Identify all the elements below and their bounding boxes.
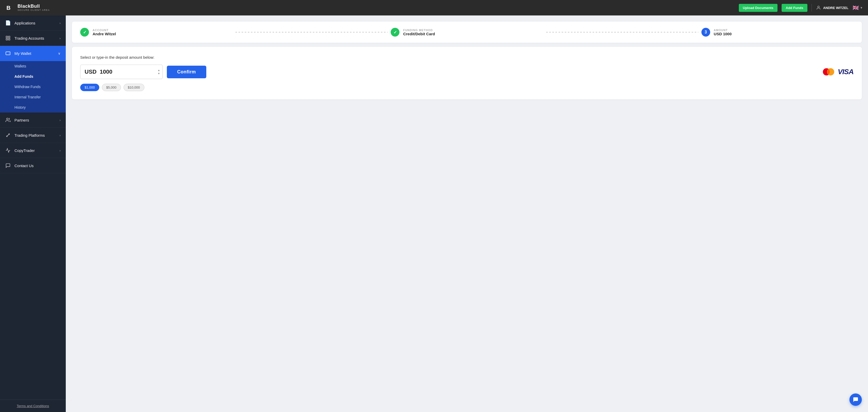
step-amount-label: AMOUNT <box>714 29 732 32</box>
step-funding-value: Credit/Debit Card <box>403 32 435 36</box>
quick-amounts: $1,000 $5,000 $10,000 <box>80 84 854 91</box>
svg-point-8 <box>6 118 8 120</box>
svg-point-2 <box>818 6 819 8</box>
quick-amount-5000[interactable]: $5,000 <box>102 84 121 91</box>
add-funds-header-button[interactable]: Add Funds <box>782 4 807 12</box>
logo-sub: SECURE CLIENT AREA <box>18 9 50 11</box>
sidebar-item-trading-platforms[interactable]: Trading Platforms › <box>0 128 66 143</box>
logo-text: BlackBull SECURE CLIENT AREA <box>18 4 50 11</box>
amount-spinner[interactable]: ▲ ▼ <box>158 69 160 75</box>
svg-text:B: B <box>6 5 10 11</box>
sidebar-label-copytrader: CopyTrader <box>14 148 35 153</box>
sidebar-label-partners: Partners <box>14 118 29 122</box>
header: B BlackBull SECURE CLIENT AREA Upload Do… <box>0 0 868 15</box>
submenu-withdraw-funds[interactable]: Withdraw Funds <box>0 82 66 92</box>
trading-platforms-icon <box>5 132 11 138</box>
chevron-right-icon: › <box>60 118 61 122</box>
upload-documents-button[interactable]: Upload Documents <box>739 4 777 12</box>
chevron-right-icon: › <box>60 133 61 137</box>
visa-logo-text: VISA <box>838 68 854 76</box>
contact-us-icon <box>5 163 11 168</box>
svg-point-10 <box>9 134 9 134</box>
deposit-row: ▲ ▼ Confirm VISA <box>80 65 854 79</box>
submenu-add-funds[interactable]: Add Funds <box>0 71 66 82</box>
chevron-right-icon: › <box>60 21 61 25</box>
amount-input[interactable] <box>80 65 163 79</box>
step-funding-icon: ✓ <box>391 28 399 37</box>
main-content: ✓ ACCOUNT Andre Witzel ✓ FUNDING METHOD … <box>66 15 868 412</box>
chat-support-button[interactable] <box>849 393 862 406</box>
sidebar-label-contact-us: Contact Us <box>14 164 33 168</box>
sidebar-label-applications: Applications <box>14 21 35 25</box>
sidebar-item-copytrader[interactable]: CopyTrader › <box>0 143 66 158</box>
applications-icon: 📄 <box>5 20 11 26</box>
sidebar-bottom: Terms and Conditions <box>0 400 66 412</box>
svg-line-11 <box>7 135 9 136</box>
sidebar-label-my-wallet: My Wallet <box>14 51 31 56</box>
spinner-down-icon[interactable]: ▼ <box>158 72 160 75</box>
deposit-card: Select or type-in the deposit amount bel… <box>72 47 862 99</box>
svg-rect-5 <box>6 39 8 40</box>
sidebar: 📄 Applications › Trading Accounts › <box>0 15 66 412</box>
user-icon <box>816 5 821 10</box>
step-connector-1 <box>236 32 388 32</box>
quick-amount-1000[interactable]: $1,000 <box>80 84 99 91</box>
logo: B BlackBull SECURE CLIENT AREA <box>5 3 50 12</box>
deposit-prompt: Select or type-in the deposit amount bel… <box>80 55 854 60</box>
submenu-wallets[interactable]: Wallets <box>0 61 66 71</box>
logo-icon: B <box>5 3 15 12</box>
chevron-down-icon: ∨ <box>58 52 61 55</box>
amount-input-wrap: ▲ ▼ <box>80 65 163 79</box>
sidebar-item-trading-accounts[interactable]: Trading Accounts › <box>0 31 66 46</box>
submenu-history[interactable]: History <box>0 102 66 112</box>
svg-rect-7 <box>6 52 10 55</box>
trading-accounts-icon <box>5 35 11 41</box>
chevron-right-icon: › <box>60 36 61 40</box>
svg-rect-3 <box>6 36 8 38</box>
sidebar-item-contact-us[interactable]: Contact Us <box>0 158 66 173</box>
logo-name: BlackBull <box>18 4 50 9</box>
steps-bar: ✓ ACCOUNT Andre Witzel ✓ FUNDING METHOD … <box>72 22 862 43</box>
terms-and-conditions-link[interactable]: Terms and Conditions <box>0 400 66 412</box>
wallet-submenu: Wallets Add Funds Withdraw Funds Interna… <box>0 61 66 112</box>
card-logos: VISA <box>821 67 854 77</box>
chat-icon <box>852 397 859 403</box>
chevron-down-icon: ▼ <box>860 6 863 9</box>
quick-amount-10000[interactable]: $10,000 <box>124 84 145 91</box>
step-funding-method: ✓ FUNDING METHOD Credit/Debit Card <box>391 28 543 37</box>
submenu-internal-transfer[interactable]: Internal Transfer <box>0 92 66 102</box>
step-amount-value: USD 1000 <box>714 32 732 36</box>
user-name: ANDRE WITZEL <box>823 6 848 10</box>
confirm-button[interactable]: Confirm <box>167 66 206 78</box>
language-selector[interactable]: 🇬🇧 ▼ <box>852 5 863 11</box>
step-funding-label: FUNDING METHOD <box>403 29 435 32</box>
svg-point-9 <box>6 136 7 137</box>
step-amount: 3 AMOUNT USD 1000 <box>702 28 854 37</box>
sidebar-item-applications[interactable]: 📄 Applications › <box>0 15 66 31</box>
step-account-value: Andre Witzel <box>93 32 116 36</box>
step-account: ✓ ACCOUNT Andre Witzel <box>80 28 232 37</box>
header-divider <box>811 4 812 11</box>
copytrader-icon <box>5 147 11 153</box>
step-account-label: ACCOUNT <box>93 29 116 32</box>
sidebar-item-partners[interactable]: Partners › <box>0 112 66 128</box>
sidebar-label-trading-platforms: Trading Platforms <box>14 133 45 138</box>
flag-emoji: 🇬🇧 <box>852 5 859 11</box>
step-amount-icon: 3 <box>702 28 710 37</box>
partners-icon <box>5 117 11 123</box>
my-wallet-icon <box>5 50 11 56</box>
mastercard-icon <box>821 67 836 77</box>
step-connector-2 <box>546 32 698 32</box>
svg-rect-4 <box>8 36 10 38</box>
svg-rect-6 <box>8 39 10 40</box>
user-info[interactable]: ANDRE WITZEL <box>816 5 848 10</box>
header-right: Upload Documents Add Funds ANDRE WITZEL … <box>739 4 863 12</box>
step-account-icon: ✓ <box>80 28 89 37</box>
mastercard-logo: VISA <box>821 67 854 77</box>
sidebar-item-my-wallet[interactable]: My Wallet ∨ <box>0 46 66 61</box>
chevron-right-icon: › <box>60 148 61 152</box>
spinner-up-icon[interactable]: ▲ <box>158 69 160 72</box>
sidebar-label-trading-accounts: Trading Accounts <box>14 36 44 40</box>
